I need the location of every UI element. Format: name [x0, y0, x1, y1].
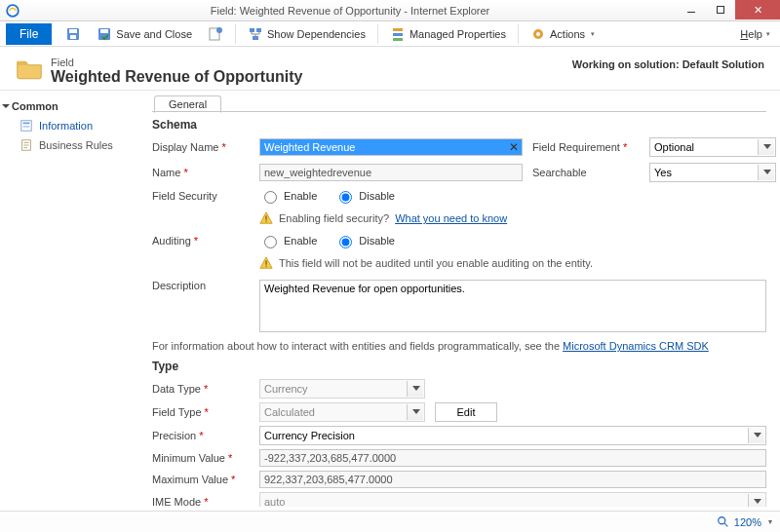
ime-mode-select[interactable]: auto — [259, 492, 766, 507]
svg-rect-9 — [256, 28, 261, 32]
svg-rect-8 — [250, 28, 254, 32]
save-close-label: Save and Close — [116, 28, 192, 40]
svg-point-7 — [216, 27, 222, 33]
deps-icon — [248, 26, 263, 42]
svg-rect-25 — [265, 266, 266, 267]
field-requirement-select[interactable]: Optional — [649, 137, 776, 157]
svg-rect-11 — [393, 28, 403, 31]
gear-icon — [530, 26, 546, 42]
separator — [377, 24, 378, 44]
sidebar-item-label: Business Rules — [39, 139, 113, 151]
svg-rect-24 — [265, 260, 266, 264]
actions-menu[interactable]: Actions — [523, 23, 603, 45]
zoom-icon — [717, 515, 730, 529]
tab-general[interactable]: General — [154, 95, 221, 113]
minimize-button[interactable] — [677, 0, 706, 19]
label-auditing: Auditing — [152, 235, 250, 247]
rules-icon — [20, 138, 33, 152]
window-titlebar: Field: Weighted Revenue of Opportunity -… — [0, 0, 780, 21]
audit-warning: This field will not be audited until you… — [279, 257, 593, 269]
help-label: Help — [740, 28, 762, 40]
window-title: Field: Weighted Revenue of Opportunity -… — [23, 5, 677, 17]
zoom-level[interactable]: 120% — [734, 516, 761, 528]
managed-props-label: Managed Properties — [410, 28, 506, 40]
new-icon-button[interactable] — [200, 23, 231, 45]
data-type-select[interactable]: Currency — [259, 379, 425, 399]
label-searchable: Searchable — [532, 167, 640, 178]
label-precision: Precision — [152, 430, 250, 441]
show-dependencies-button[interactable]: Show Dependencies — [240, 23, 373, 45]
clear-icon[interactable]: ✕ — [509, 140, 519, 154]
description-textarea[interactable]: Weighted Revenue for open opportunities. — [259, 280, 766, 332]
page-header: Field Weighted Revenue of Opportunity Wo… — [0, 47, 780, 90]
label-field-requirement: Field Requirement — [532, 141, 640, 153]
label-display-name: Display Name — [152, 141, 250, 153]
label-description: Description — [152, 280, 250, 291]
warning-icon — [259, 211, 273, 225]
separator — [518, 24, 519, 44]
save-button[interactable] — [58, 23, 89, 45]
close-button[interactable] — [735, 0, 780, 19]
entity-type: Field — [51, 57, 572, 68]
svg-rect-10 — [253, 36, 258, 40]
svg-rect-19 — [23, 123, 30, 125]
label-name: Name — [152, 167, 250, 178]
svg-point-26 — [719, 516, 725, 523]
separator — [235, 24, 236, 44]
label-field-security: Field Security — [152, 190, 250, 202]
auditing-disable[interactable]: Disable — [334, 233, 395, 248]
edit-button[interactable]: Edit — [435, 402, 497, 422]
svg-rect-20 — [23, 126, 30, 128]
form-icon — [20, 119, 33, 133]
save-icon — [65, 26, 81, 42]
props-icon — [390, 26, 406, 42]
auditing-enable[interactable]: Enable — [259, 233, 317, 248]
help-menu[interactable]: ? Help — [738, 28, 774, 40]
folder-icon — [16, 57, 43, 80]
svg-rect-13 — [393, 38, 403, 41]
label-max-value: Maximum Value — [152, 474, 250, 485]
warning-icon — [259, 256, 273, 270]
svg-rect-23 — [265, 221, 266, 222]
maximize-button[interactable] — [706, 0, 735, 19]
section-type: Type — [152, 360, 766, 373]
label-field-type: Field Type — [152, 406, 250, 418]
svg-rect-5 — [100, 29, 108, 33]
field-security-disable[interactable]: Disable — [334, 188, 395, 204]
save-close-button[interactable]: Save and Close — [89, 23, 200, 45]
page-title: Weighted Revenue of Opportunity — [51, 68, 572, 86]
main: Common Information Business Rules Genera… — [0, 90, 780, 507]
actions-label: Actions — [550, 28, 585, 40]
display-name-input[interactable] — [259, 138, 523, 156]
name-input[interactable] — [259, 164, 523, 181]
statusbar: 120% — [0, 511, 780, 532]
label-min-value: Minimum Value — [152, 452, 250, 464]
field-security-enable[interactable]: Enable — [259, 188, 317, 204]
sidebar-section-common[interactable]: Common — [4, 96, 142, 116]
toolbar: File Save and Close Show Dependencies Ma… — [0, 21, 780, 47]
min-value-input[interactable] — [259, 449, 766, 467]
content: General Schema Display Name ✕ Field Requ… — [146, 91, 780, 507]
fs-warning-link[interactable]: What you need to know — [395, 212, 507, 224]
file-menu[interactable]: File — [6, 23, 52, 45]
svg-point-15 — [536, 32, 540, 36]
sdk-link[interactable]: Microsoft Dynamics CRM SDK — [563, 340, 709, 352]
window-controls — [677, 0, 780, 20]
field-type-select[interactable]: Calculated — [259, 402, 425, 422]
fs-warning-prefix: Enabling field security? — [279, 212, 389, 224]
save-close-icon — [97, 26, 112, 42]
sidebar-item-business-rules[interactable]: Business Rules — [4, 135, 142, 155]
precision-select[interactable]: Currency Precision — [259, 426, 766, 445]
max-value-input[interactable] — [259, 471, 766, 488]
svg-rect-2 — [69, 29, 77, 33]
managed-properties-button[interactable]: Managed Properties — [382, 23, 514, 45]
sidebar-item-label: Information — [39, 120, 93, 132]
show-deps-label: Show Dependencies — [267, 28, 366, 40]
sidebar: Common Information Business Rules — [0, 91, 146, 507]
new-icon — [208, 26, 223, 42]
sidebar-item-information[interactable]: Information — [4, 116, 142, 135]
svg-rect-3 — [70, 35, 76, 39]
searchable-select[interactable]: Yes — [649, 163, 776, 182]
working-solution: Working on solution: Default Solution — [572, 58, 764, 70]
svg-line-27 — [724, 522, 728, 526]
